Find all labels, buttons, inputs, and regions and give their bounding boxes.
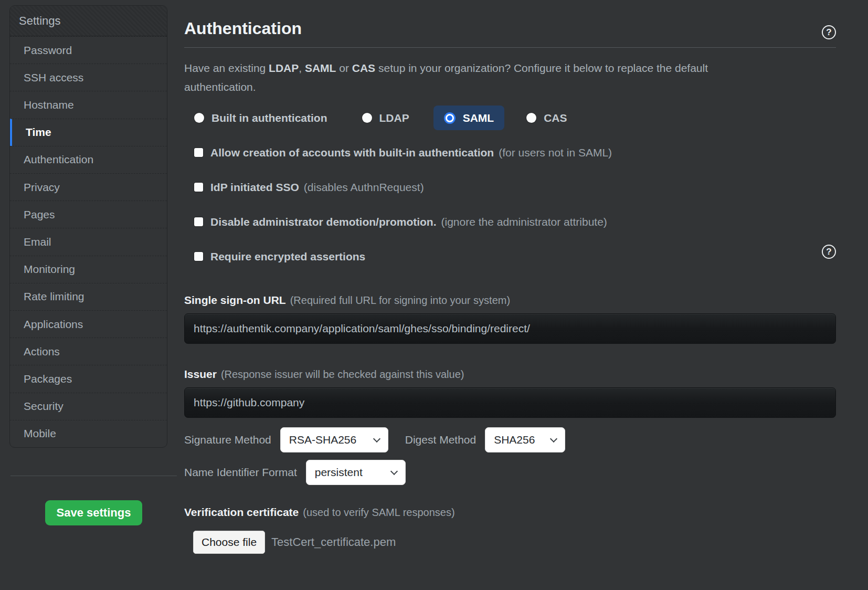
sidebar-item-authentication[interactable]: Authentication (10, 146, 167, 173)
signature-method-label: Signature Method (184, 434, 271, 446)
sidebar-footer-divider (10, 476, 177, 476)
encrypted-assertions-help-icon[interactable]: ? (822, 245, 836, 259)
page-title: Authentication (184, 19, 836, 38)
help-icon[interactable]: ? (822, 25, 836, 39)
sidebar-item-applications[interactable]: Applications (10, 310, 167, 338)
sidebar-item-security[interactable]: Security (10, 393, 167, 420)
radio-ldap[interactable]: LDAP (362, 112, 409, 124)
signature-method-select[interactable]: RSA-SHA256 (280, 427, 388, 452)
sidebar-nav: Settings Password SSH access Hostname Ti… (9, 5, 167, 448)
checkbox-icon[interactable] (194, 148, 203, 157)
digest-method-label: Digest Method (405, 434, 476, 446)
name-identifier-row: Name Identifier Format persistent (184, 460, 836, 485)
radio-icon[interactable] (194, 113, 204, 123)
verification-certificate-label: Verification certificate(used to verify … (184, 506, 836, 519)
radio-cas[interactable]: CAS (526, 112, 567, 124)
sso-url-label: Single sign-on URL(Required full URL for… (184, 294, 836, 307)
name-identifier-format-select[interactable]: persistent (306, 460, 406, 485)
radio-built-in-authentication[interactable]: Built in authentication (194, 112, 327, 124)
checkbox-icon[interactable] (194, 183, 203, 192)
sidebar-item-password[interactable]: Password (10, 36, 167, 64)
digest-method-select[interactable]: SHA256 (485, 427, 565, 452)
certificate-file-row: Choose file TestCert_certificate.pem (184, 531, 836, 554)
sidebar-item-packages[interactable]: Packages (10, 365, 167, 392)
save-settings-button[interactable]: Save settings (45, 500, 142, 525)
checkbox-require-encrypted-assertions[interactable]: Require encrypted assertions (194, 248, 836, 265)
chevron-down-icon (550, 435, 557, 442)
sidebar-item-time[interactable]: Time (10, 119, 167, 146)
saml-options: Allow creation of accounts with built-in… (184, 144, 836, 265)
sso-url-input[interactable] (184, 313, 836, 344)
issuer-input[interactable] (184, 387, 836, 418)
checkbox-idp-initiated-sso[interactable]: IdP initiated SSO (disables AuthnRequest… (194, 179, 836, 195)
authentication-panel: ? ? Authentication Have an existing LDAP… (184, 0, 836, 554)
certificate-filename: TestCert_certificate.pem (271, 535, 396, 549)
sidebar-item-rate-limiting[interactable]: Rate limiting (10, 283, 167, 310)
checkbox-icon[interactable] (194, 217, 203, 226)
sidebar-item-ssh-access[interactable]: SSH access (10, 64, 167, 91)
name-identifier-format-label: Name Identifier Format (184, 466, 297, 479)
sidebar-item-monitoring[interactable]: Monitoring (10, 256, 167, 283)
auth-method-radio-group: Built in authentication LDAP SAML CAS (184, 106, 836, 130)
sidebar-item-privacy[interactable]: Privacy (10, 173, 167, 201)
sidebar-item-pages[interactable]: Pages (10, 201, 167, 228)
radio-selected-icon[interactable] (444, 112, 456, 124)
method-selects-row: Signature Method RSA-SHA256 Digest Metho… (184, 427, 836, 452)
chevron-down-icon (373, 435, 380, 442)
checkbox-disable-admin-demotion[interactable]: Disable administrator demotion/promotion… (194, 214, 836, 230)
chevron-down-icon (390, 467, 398, 475)
sidebar-item-mobile[interactable]: Mobile (10, 420, 167, 447)
checkbox-allow-builtin-accounts[interactable]: Allow creation of accounts with built-in… (194, 144, 836, 161)
radio-icon[interactable] (526, 113, 536, 123)
radio-saml-selected[interactable]: SAML (433, 106, 505, 130)
sidebar-item-email[interactable]: Email (10, 228, 167, 255)
title-divider (184, 47, 836, 48)
sidebar-item-hostname[interactable]: Hostname (10, 91, 167, 118)
checkbox-icon[interactable] (194, 252, 203, 261)
intro-text: Have an existing LDAP, SAML or CAS setup… (184, 59, 761, 97)
radio-icon[interactable] (362, 113, 372, 123)
sidebar-header: Settings (10, 6, 167, 36)
issuer-label: Issuer(Response issuer will be checked a… (184, 368, 836, 381)
sidebar-item-actions[interactable]: Actions (10, 338, 167, 365)
choose-file-button[interactable]: Choose file (193, 531, 265, 554)
